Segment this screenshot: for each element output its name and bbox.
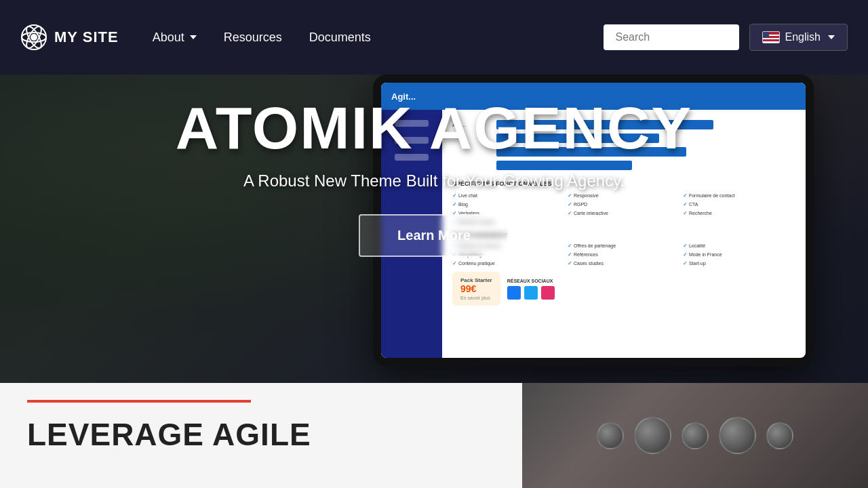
logo-icon — [20, 24, 47, 51]
pack-price: 99€ — [460, 283, 492, 294]
pack-card: Pack Starter 99€ En savoir plus — [452, 272, 500, 306]
pack-label: Pack Starter — [460, 277, 492, 283]
image-circles — [597, 417, 793, 454]
pack-sublabel: En savoir plus — [460, 296, 492, 300]
hero-title: ATOMIK AGENCY — [0, 98, 868, 158]
logo-text: MY SITE — [54, 28, 119, 46]
pos-item: ✓ Cases studies — [568, 260, 680, 266]
nav-documents[interactable]: Documents — [309, 30, 371, 45]
accent-line — [27, 400, 251, 403]
below-left: LEVERAGE AGILE — [0, 383, 522, 488]
hero-subtitle: A Robust New Theme Built for Your Growin… — [0, 171, 868, 190]
circle-1 — [597, 422, 624, 449]
pos-item: ✓ Start-up — [683, 260, 795, 266]
nav-links: About Resources Documents — [153, 30, 604, 45]
circle-3 — [682, 422, 709, 449]
search-input[interactable] — [604, 24, 739, 50]
nav-about[interactable]: About — [153, 30, 197, 45]
site-logo[interactable]: MY SITE — [20, 24, 119, 51]
below-fold-section: LEVERAGE AGILE — [0, 383, 868, 488]
below-title: LEVERAGE AGILE — [27, 416, 495, 453]
circle-4 — [719, 417, 756, 454]
about-chevron-icon — [190, 35, 197, 39]
circle-2 — [634, 417, 671, 454]
nav-resources[interactable]: Resources — [224, 30, 282, 45]
language-selector[interactable]: English — [749, 24, 848, 51]
svg-point-1 — [31, 34, 37, 41]
below-right-image — [522, 383, 868, 488]
pos-item: ✓ Contenu pratique — [452, 260, 565, 266]
lang-chevron-icon — [828, 35, 835, 39]
nav-right: English — [604, 24, 848, 51]
lang-label: English — [785, 31, 821, 43]
navbar: MY SITE About Resources Documents Englis… — [0, 0, 868, 75]
learn-more-button[interactable]: Learn More — [359, 214, 509, 257]
below-image — [522, 383, 868, 488]
hero-content: ATOMIK AGENCY A Robust New Theme Built f… — [0, 98, 868, 257]
flag-icon — [762, 31, 780, 43]
reseaux-section: RÉSEAUX SOCIAUX — [507, 279, 555, 300]
pack-row: Pack Starter 99€ En savoir plus RÉSEAUX … — [452, 272, 795, 306]
circle-5 — [766, 422, 793, 449]
